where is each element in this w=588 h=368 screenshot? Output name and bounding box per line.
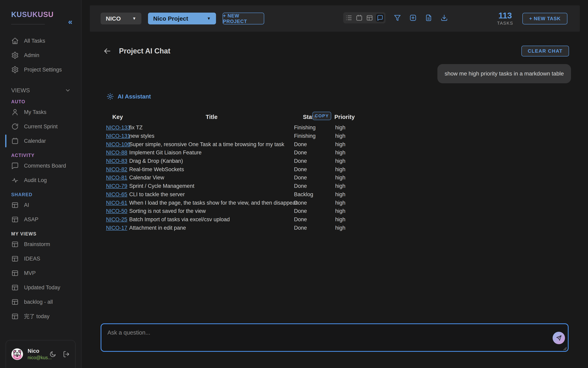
- task-state: Done: [294, 215, 326, 224]
- task-count-label: TASKS: [497, 21, 513, 26]
- user-icon: [11, 108, 19, 116]
- download-icon[interactable]: [440, 14, 448, 22]
- task-title: Sprint / Cycle Management: [129, 182, 294, 190]
- task-row: NICO-61When I load the page, the tasks s…: [106, 199, 365, 207]
- project-select[interactable]: Nico Project ▼: [148, 13, 216, 24]
- task-state: Done: [294, 224, 326, 232]
- sidebar-item-label: Comments Board: [24, 163, 66, 169]
- task-title: Drag & Drop (Kanban): [129, 157, 294, 165]
- task-row: NICO-81Calendar ViewDonehigh: [106, 174, 365, 182]
- panels-icon: [11, 313, 19, 320]
- sidebar-item-ai[interactable]: AI: [0, 198, 81, 212]
- sidebar-item-calendar[interactable]: Calendar: [0, 134, 81, 148]
- file-text-icon[interactable]: [425, 14, 432, 22]
- view-toggle-chat-icon[interactable]: [376, 14, 384, 22]
- sidebar-item-label: Calendar: [24, 138, 46, 144]
- plus-square-icon[interactable]: [409, 14, 417, 22]
- logo-divider: [11, 24, 45, 24]
- send-icon: [556, 335, 562, 341]
- sidebar-views-header[interactable]: VIEWS: [0, 86, 81, 94]
- sidebar-item-all-tasks[interactable]: All Tasks: [0, 34, 81, 48]
- task-key-link[interactable]: NICO-17: [106, 225, 127, 231]
- task-state: Done: [294, 148, 326, 157]
- logout-icon[interactable]: [63, 350, 70, 358]
- sidebar-item-my-tasks[interactable]: My Tasks: [0, 105, 81, 119]
- task-priority: high: [326, 157, 365, 165]
- task-priority: high: [326, 215, 365, 224]
- view-toggle-calendar-icon[interactable]: [355, 14, 363, 22]
- task-title: Super simple, resonsive One Task at a ti…: [129, 140, 294, 148]
- workspace-select[interactable]: NICO ▼: [101, 13, 141, 24]
- clear-chat-button[interactable]: CLEAR CHAT: [521, 46, 569, 56]
- task-state: Done: [294, 157, 326, 165]
- funnel-icon[interactable]: [394, 14, 401, 22]
- sidebar-item-label: MVP: [24, 270, 36, 276]
- sidebar-item-asap[interactable]: ASAP: [0, 212, 81, 227]
- ask-question-input[interactable]: [101, 324, 568, 351]
- sidebar: KUSUKUSU « All TasksAdminProject Setting…: [0, 0, 82, 368]
- task-state: Done: [294, 174, 326, 182]
- task-priority: high: [326, 174, 365, 182]
- moon-icon[interactable]: [49, 350, 56, 358]
- sun-icon: [106, 93, 114, 100]
- sidebar-collapse-button[interactable]: «: [68, 18, 72, 26]
- sidebar-item-admin[interactable]: Admin: [0, 48, 81, 63]
- sidebar-item-project-settings[interactable]: Project Settings: [0, 63, 81, 77]
- task-title: fix TZ: [129, 124, 294, 132]
- task-state: Done: [294, 165, 326, 174]
- main-content: NICO ▼ Nico Project ▼ + NEW PROJECT 113 …: [82, 0, 588, 368]
- task-key-link[interactable]: NICO-50: [106, 208, 127, 214]
- task-key-link[interactable]: NICO-61: [106, 200, 127, 206]
- views-header-label: VIEWS: [11, 87, 30, 94]
- send-button[interactable]: [553, 332, 565, 344]
- task-title: Sorting is not saved for the view: [129, 207, 294, 215]
- task-key-link[interactable]: NICO-82: [106, 166, 127, 172]
- task-title: When I load the page, the tasks show for…: [129, 199, 294, 207]
- sidebar-item-ideas[interactable]: IDEAS: [0, 251, 81, 266]
- task-priority: high: [326, 182, 365, 190]
- ask-question-box: [101, 323, 569, 352]
- task-key-link[interactable]: NICO-133: [106, 125, 130, 130]
- sidebar-item-audit-log[interactable]: Audit Log: [0, 173, 81, 187]
- task-priority: high: [326, 224, 365, 232]
- view-toggle-panels-icon[interactable]: [366, 14, 374, 22]
- sidebar-section-label-activity: ACTIVITY: [0, 152, 81, 159]
- back-arrow-icon[interactable]: [103, 47, 111, 55]
- sidebar-section-label-my-views: MY VIEWS: [0, 231, 81, 237]
- task-title: Batch Import of tasks via excel/csv uplo…: [129, 215, 294, 224]
- task-priority: high: [326, 132, 365, 140]
- sidebar-item-comments-board[interactable]: Comments Board: [0, 159, 81, 173]
- new-task-button[interactable]: + NEW TASK: [522, 13, 567, 24]
- task-key-link[interactable]: NICO-25: [106, 216, 127, 222]
- task-title: new styles: [129, 132, 294, 140]
- task-row: NICO-133fix TZFinishinghigh: [106, 124, 365, 132]
- task-key-link[interactable]: NICO-88: [106, 150, 127, 156]
- task-row: NICO-106Super simple, resonsive One Task…: [106, 140, 365, 148]
- sidebar-item-label: Admin: [24, 52, 39, 58]
- task-key-link[interactable]: NICO-83: [106, 158, 127, 164]
- resize-handle[interactable]: [562, 345, 567, 350]
- panels-icon: [11, 201, 19, 209]
- chevron-down-icon: [64, 87, 71, 94]
- task-key-link[interactable]: NICO-79: [106, 183, 127, 189]
- avatar[interactable]: [11, 348, 23, 360]
- sidebar-item-mvp[interactable]: MVP: [0, 266, 81, 280]
- task-key-link[interactable]: NICO-81: [106, 175, 127, 181]
- sidebar-section-label-shared: SHARED: [0, 191, 81, 198]
- task-priority: high: [326, 190, 365, 199]
- sidebar-item-updated-today[interactable]: Updated Today: [0, 280, 81, 295]
- copy-button[interactable]: COPY: [312, 112, 331, 120]
- task-count-block: 113 TASKS: [497, 11, 513, 26]
- task-key-link[interactable]: NICO-65: [106, 191, 127, 197]
- task-key-link[interactable]: NICO-106: [106, 141, 130, 147]
- sidebar-item-brainstorm[interactable]: Brainstorm: [0, 237, 81, 251]
- sidebar-item-backlog-all[interactable]: backlog - all: [0, 295, 81, 309]
- task-title: Calendar View: [129, 174, 294, 182]
- task-row: NICO-17Attachment in edit paneDonehigh: [106, 224, 365, 232]
- new-project-button[interactable]: + NEW PROJECT: [223, 13, 264, 24]
- sidebar-item-current-sprint[interactable]: Current Sprint: [0, 119, 81, 134]
- sidebar-item-today[interactable]: 完了 today: [0, 309, 81, 323]
- task-key-link[interactable]: NICO-131: [106, 133, 130, 139]
- column-header-priority: Priority: [326, 114, 365, 124]
- view-toggle-list-icon[interactable]: [345, 14, 353, 22]
